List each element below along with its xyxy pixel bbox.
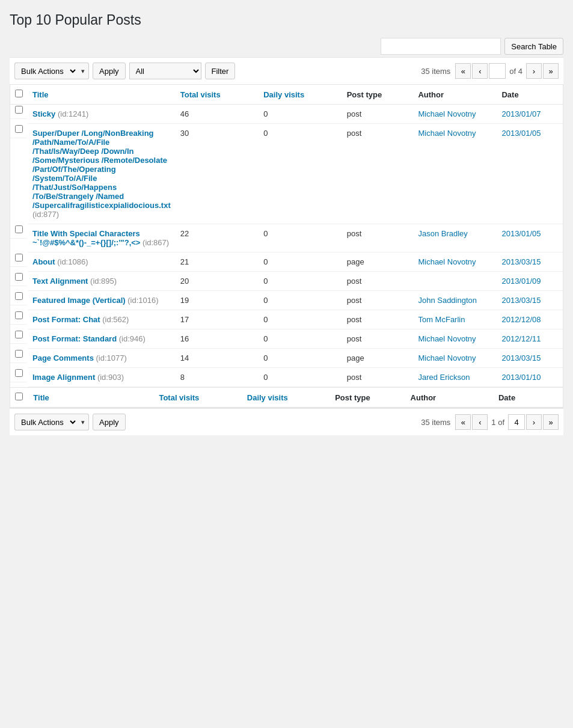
row-date-link-9[interactable]: 2013/01/10 — [501, 373, 541, 382]
row-author-2: Jason Bradley — [413, 224, 497, 252]
row-author-link-9[interactable]: Jared Erickson — [418, 373, 470, 382]
row-date-link-1[interactable]: 2013/01/05 — [501, 129, 541, 138]
table-row: Text Alignment (id:895)200post2013/01/09 — [10, 272, 563, 291]
last-page-btn-bottom[interactable]: » — [543, 414, 559, 430]
search-input[interactable] — [381, 38, 501, 55]
table-footer-header-row: Title Total visits Daily visits Post typ… — [10, 388, 563, 408]
row-title-2: Title With Special Characters ~`!@#$%^&*… — [28, 224, 176, 252]
row-checkbox-1[interactable] — [15, 125, 23, 133]
row-author-link-1[interactable]: Michael Novotny — [418, 129, 476, 138]
row-total-visits-4: 20 — [176, 272, 259, 291]
prev-page-btn-top[interactable]: ‹ — [472, 63, 488, 79]
bulk-actions-arrow-top[interactable]: ▾ — [78, 63, 89, 79]
row-id-9: (id:903) — [95, 373, 124, 382]
row-title-1: Super/Duper /Long/NonBreaking /Path/Name… — [28, 124, 176, 224]
pagination-bottom: 35 items « ‹ 1 of › » — [421, 414, 559, 430]
row-date-link-2[interactable]: 2013/01/05 — [501, 229, 541, 238]
row-checkbox-4[interactable] — [15, 273, 23, 281]
col-footer-header-total-visits[interactable]: Total visits — [154, 388, 242, 408]
row-post-type-2: post — [342, 224, 414, 252]
bulk-actions-arrow-bottom[interactable]: ▾ — [78, 414, 89, 430]
row-post-type-6: post — [342, 310, 414, 329]
action-bar-top: Bulk Actions ▾ Apply All Filter 35 items… — [10, 57, 563, 84]
row-date-link-6[interactable]: 2012/12/08 — [501, 315, 541, 324]
row-checkbox-9[interactable] — [15, 369, 23, 377]
last-page-btn-top[interactable]: » — [543, 63, 559, 79]
col-footer-header-title[interactable]: Title — [28, 388, 154, 408]
row-date-link-3[interactable]: 2013/03/15 — [501, 257, 541, 266]
page-input-top[interactable]: 1 — [489, 63, 506, 79]
filter-button-top[interactable]: Filter — [205, 63, 236, 79]
col-header-daily-visits[interactable]: Daily visits — [259, 85, 342, 105]
bulk-actions-select-top[interactable]: Bulk Actions — [14, 63, 78, 79]
row-checkbox-7[interactable] — [15, 331, 23, 338]
row-title-link-9[interactable]: Image Alignment — [32, 373, 95, 382]
row-title-0: Sticky (id:1241) — [28, 105, 176, 124]
page-input-bottom[interactable] — [508, 414, 525, 430]
row-author-0: Michael Novotny — [413, 105, 497, 124]
col-header-title[interactable]: Title — [28, 85, 176, 105]
row-author-link-6[interactable]: Tom McFarlin — [418, 315, 465, 324]
row-date-link-8[interactable]: 2013/03/15 — [501, 353, 541, 362]
row-checkbox-6[interactable] — [15, 311, 23, 319]
row-checkbox-3[interactable] — [15, 254, 23, 262]
row-author-link-2[interactable]: Jason Bradley — [418, 229, 467, 238]
row-date-link-0[interactable]: 2013/01/07 — [501, 109, 541, 118]
row-id-6: (id:562) — [100, 315, 129, 324]
filter-select-top[interactable]: All — [129, 63, 201, 79]
row-date-link-4[interactable]: 2013/01/09 — [501, 277, 541, 286]
row-author-link-8[interactable]: Michael Novotny — [418, 353, 476, 362]
row-title-link-0[interactable]: Sticky — [32, 109, 55, 118]
search-button[interactable]: Search Table — [504, 38, 563, 55]
select-all-checkbox[interactable] — [15, 90, 23, 97]
row-title-link-1[interactable]: Super/Duper /Long/NonBreaking /Path/Name… — [32, 129, 171, 210]
row-id-3: (id:1086) — [55, 257, 88, 266]
row-id-7: (id:946) — [117, 334, 146, 343]
col-header-total-visits[interactable]: Total visits — [176, 85, 259, 105]
row-cb-3 — [10, 252, 27, 267]
row-title-5: Featured Image (Vertical) (id:1016) — [28, 291, 176, 310]
row-title-link-6[interactable]: Post Format: Chat — [32, 315, 100, 324]
row-title-link-8[interactable]: Page Comments — [32, 353, 94, 362]
row-daily-visits-3: 0 — [259, 252, 342, 272]
row-author-link-3[interactable]: Michael Novotny — [418, 257, 476, 266]
row-title-link-5[interactable]: Featured Image (Vertical) — [32, 296, 126, 305]
row-author-link-0[interactable]: Michael Novotny — [418, 109, 476, 118]
row-checkbox-5[interactable] — [15, 292, 23, 300]
table-footer-header: Title Total visits Daily visits Post typ… — [10, 388, 563, 408]
apply-button-bottom[interactable]: Apply — [93, 414, 126, 430]
row-checkbox-2[interactable] — [15, 225, 23, 233]
table-header-row: Title Total visits Daily visits Post typ… — [10, 85, 563, 105]
row-author-link-5[interactable]: John Saddington — [418, 296, 477, 305]
row-title-link-7[interactable]: Post Format: Standard — [32, 334, 117, 343]
row-author-link-7[interactable]: Michael Novotny — [418, 334, 476, 343]
row-title-link-3[interactable]: About — [32, 257, 55, 266]
row-date-2: 2013/01/05 — [497, 224, 563, 252]
table-row: Page Comments (id:1077)140pageMichael No… — [10, 349, 563, 368]
first-page-btn-bottom[interactable]: « — [455, 414, 471, 430]
col-footer-header-daily-visits[interactable]: Daily visits — [242, 388, 330, 408]
row-id-5: (id:1016) — [126, 296, 159, 305]
row-date-3: 2013/03/15 — [497, 252, 563, 272]
prev-page-btn-bottom[interactable]: ‹ — [472, 414, 488, 430]
row-id-0: (id:1241) — [55, 109, 88, 118]
row-title-link-2[interactable]: Title With Special Characters ~`!@#$%^&*… — [32, 229, 140, 247]
row-title-4: Text Alignment (id:895) — [28, 272, 176, 291]
action-bar-bottom: Bulk Actions ▾ Apply 35 items « ‹ 1 of ›… — [10, 408, 563, 435]
next-page-btn-bottom[interactable]: › — [526, 414, 542, 430]
row-checkbox-0[interactable] — [15, 106, 23, 114]
bulk-actions-wrap-bottom: Bulk Actions ▾ — [14, 414, 89, 430]
row-total-visits-5: 19 — [176, 291, 259, 310]
row-cb-8 — [10, 349, 27, 363]
row-checkbox-8[interactable] — [15, 350, 23, 358]
row-date-5: 2013/03/15 — [497, 291, 563, 310]
row-date-link-5[interactable]: 2013/03/15 — [501, 296, 541, 305]
select-all-checkbox-bottom[interactable] — [15, 393, 23, 400]
bulk-actions-select-bottom[interactable]: Bulk Actions — [14, 414, 78, 430]
next-page-btn-top[interactable]: › — [526, 63, 542, 79]
first-page-btn-top[interactable]: « — [455, 63, 471, 79]
apply-button-top[interactable]: Apply — [93, 63, 126, 79]
row-post-type-5: post — [342, 291, 414, 310]
row-title-link-4[interactable]: Text Alignment — [32, 277, 88, 286]
row-date-link-7[interactable]: 2012/12/11 — [501, 334, 541, 343]
